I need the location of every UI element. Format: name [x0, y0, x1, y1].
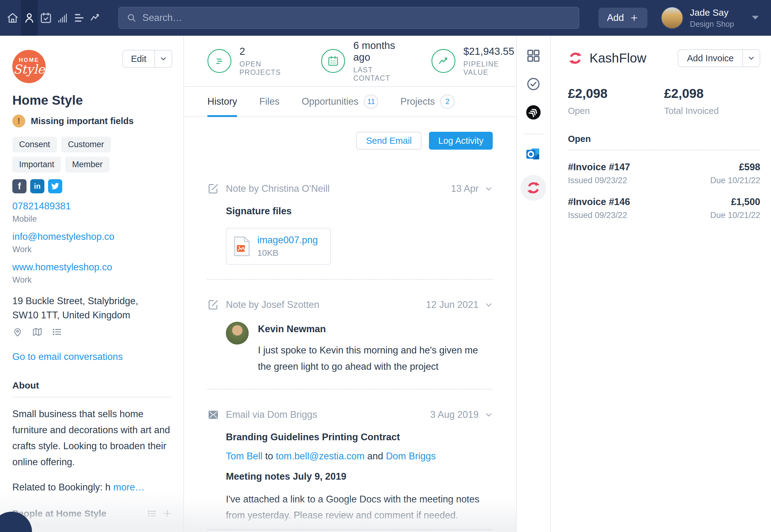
email-link[interactable]: info@homestyleshop.co [12, 231, 172, 242]
org-logo-line2: Style [13, 62, 45, 76]
add-invoice-split-button: Add Invoice [678, 49, 760, 67]
edit-split-button: Edit [122, 50, 172, 68]
kashflow-totals: £2,098 Open £2,098 Total Invoiced [568, 86, 760, 116]
org-logo: HOME Style [12, 50, 46, 83]
attachment-size: 10KB [257, 248, 318, 258]
note-title: Signature files [226, 206, 493, 217]
map-icon[interactable] [32, 327, 42, 337]
user-caret-down-icon[interactable] [752, 16, 759, 20]
email-to-word: to [265, 451, 273, 461]
entry-date: 12 Jun 2021 [426, 299, 478, 310]
page-title: Home Style [12, 93, 172, 108]
tab-projects[interactable]: Projects 2 [400, 87, 454, 116]
invoice-amount: £598 [710, 162, 760, 173]
email-from-link[interactable]: Tom Bell [226, 451, 263, 461]
nav-activity[interactable] [87, 0, 104, 36]
tag-customer[interactable]: Customer [61, 137, 111, 152]
entry-date-toggle[interactable]: 12 Jun 2021 [426, 299, 493, 310]
email-address-link[interactable]: tom.bell@zestia.com [276, 451, 365, 461]
user-names: Jade Say Design Shop [690, 7, 734, 29]
nav-home[interactable] [4, 0, 21, 36]
invoice-name[interactable]: #Invoice #146 [568, 196, 630, 208]
entry-header: Note by Josef Szotten [226, 299, 319, 310]
search-input[interactable] [142, 12, 571, 23]
nav-contacts[interactable] [21, 0, 38, 36]
tab-bar: History Files Opportunities 11 Projects … [184, 87, 516, 117]
go-to-email-conversations-link[interactable]: Go to email conversations [12, 351, 172, 362]
widget-rail [517, 36, 551, 532]
send-email-button[interactable]: Send Email [356, 132, 422, 150]
related-text: Related to Bookingly: h more… [12, 482, 172, 493]
primary-nav [4, 0, 104, 36]
website-link[interactable]: www.homestyleshop.co [12, 262, 172, 273]
tab-opportunities[interactable]: Opportunities 11 [302, 87, 378, 116]
note-person-name[interactable]: Kevin Newman [258, 322, 493, 335]
people-list-icon[interactable] [147, 509, 157, 518]
kashflow-rail-selected[interactable] [520, 175, 546, 201]
total-invoiced-amount: £2,098 [664, 86, 760, 101]
phone-label: Mobile [12, 214, 172, 224]
map-pin-icon[interactable] [12, 327, 23, 337]
entry-date-toggle[interactable]: 3 Aug 2019 [430, 409, 493, 420]
tag-important[interactable]: Important [12, 157, 61, 172]
twitter-icon[interactable] [48, 179, 62, 193]
website-label: Work [12, 275, 172, 285]
phone-link[interactable]: 07821489381 [12, 201, 172, 212]
facebook-icon[interactable]: f [12, 179, 26, 193]
stat-label: OPEN PROJECTS [240, 60, 295, 77]
list-icon[interactable] [52, 327, 62, 337]
email-body: I've attached a link to a Google Docs wi… [226, 491, 493, 523]
kashflow-panel: KashFlow Add Invoice £2,098 Open £2,098 … [551, 36, 771, 532]
outlook-logo-icon[interactable] [526, 147, 541, 162]
tab-label: Opportunities [302, 96, 358, 107]
user-menu[interactable]: Jade Say Design Shop [661, 7, 734, 29]
edit-note-icon [208, 183, 219, 195]
invoice-amount: £1,500 [710, 196, 760, 208]
tag-consent[interactable]: Consent [12, 137, 57, 152]
log-activity-button[interactable]: Log Activity [429, 132, 493, 150]
tab-badge: 11 [364, 95, 378, 109]
attachment-card[interactable]: image007.png 10KB [226, 228, 331, 265]
invoice-row[interactable]: #Invoice #147 Issued 09/23/22 £598 Due 1… [568, 162, 760, 185]
stat-open-projects: 2 OPEN PROJECTS [208, 46, 295, 77]
add-invoice-chevron-down-icon[interactable] [742, 50, 760, 67]
invoice-row[interactable]: #Invoice #146 Issued 09/23/22 £1,500 Due… [568, 196, 760, 220]
edit-chevron-down-icon[interactable] [154, 50, 171, 67]
add-button[interactable]: Add [599, 8, 648, 28]
transpond-logo-icon[interactable] [526, 105, 541, 120]
entry-header: Email via Dom Briggs [226, 409, 317, 420]
tab-label: Projects [400, 96, 435, 107]
contact-phone: 07821489381 Mobile [12, 201, 172, 224]
tab-files[interactable]: Files [259, 87, 279, 116]
email-label: Work [12, 245, 172, 254]
attachment-filename[interactable]: image007.png [257, 235, 318, 246]
timeline-actions: Send Email Log Activity [208, 117, 493, 164]
add-person-icon[interactable] [162, 509, 172, 518]
entry-date-toggle[interactable]: 13 Apr [451, 183, 493, 194]
stat-pipeline-value: $21,943.55 PIPELINE VALUE [431, 46, 516, 77]
invoice-name[interactable]: #Invoice #147 [568, 162, 630, 173]
more-link[interactable]: more… [113, 482, 144, 493]
warning-icon: ! [12, 115, 25, 127]
grid-icon[interactable] [526, 48, 541, 63]
invoice-issued: Issued 09/23/22 [568, 176, 630, 185]
image-file-icon [233, 236, 251, 256]
nav-reports[interactable] [54, 0, 71, 36]
nav-calendar[interactable] [38, 0, 54, 36]
tag-member[interactable]: Member [65, 157, 109, 172]
main-content: 2 OPEN PROJECTS 6 months ago LAST CONTAC… [184, 36, 517, 532]
linkedin-icon[interactable]: in [30, 179, 44, 193]
nav-lists[interactable] [71, 0, 87, 36]
global-search[interactable] [118, 7, 579, 29]
entry-date: 3 Aug 2019 [430, 409, 478, 420]
check-circle-icon[interactable] [526, 76, 541, 92]
chevron-down-icon [485, 411, 493, 419]
history-timeline: Send Email Log Activity Note by Christin… [184, 117, 516, 532]
chevron-down-icon [485, 185, 493, 193]
edit-button[interactable]: Edit [123, 50, 154, 67]
add-invoice-button[interactable]: Add Invoice [678, 50, 742, 67]
tab-history[interactable]: History [208, 87, 237, 116]
tab-label: Files [259, 96, 279, 107]
email-cc-link[interactable]: Dom Briggs [386, 451, 436, 461]
missing-fields-warning[interactable]: ! Missing important fields [12, 115, 172, 127]
